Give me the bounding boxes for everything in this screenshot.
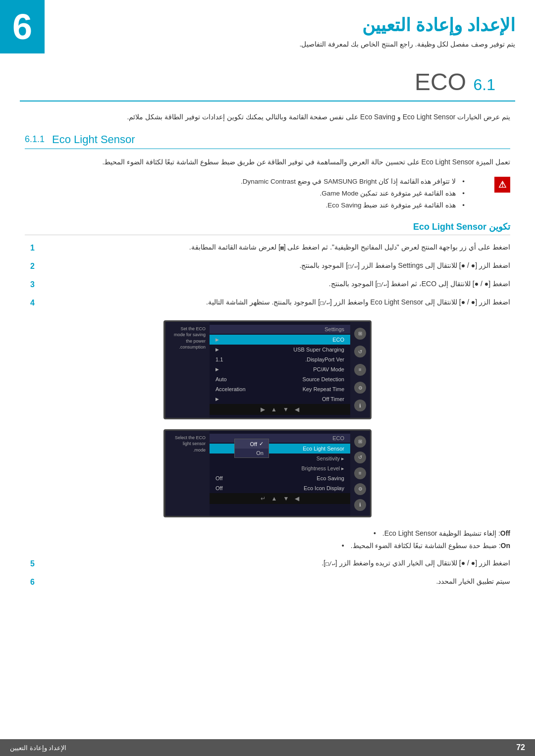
screen2-icon-1: ⊞ (354, 436, 366, 448)
step-2: اضغط الزر [● / ●] للانتقال إلى Settings … (25, 259, 510, 274)
screen1-outer: ⊞ ↺ ≡ ⚙ ℹ Settings ECO ▶ USB Super Charg… (163, 320, 372, 419)
screen2-left-icons: ⊞ ↺ ≡ ⚙ ℹ (350, 431, 370, 516)
bullet-off: Off: إلغاء تنشيط الوظيفة Eco Light Senso… (50, 527, 510, 540)
screen2-item-eco-ls-label: Eco Light Sensor (303, 446, 344, 452)
step-4: اضغط الزر [● / ●] للانتقال إلى Eco Light… (25, 296, 510, 310)
screen2-hint: Select the ECO light sensor mode. (165, 431, 210, 516)
note-item-1: لا تتوافر هذه القائمة إذا كان SAMSUNG Br… (241, 176, 465, 188)
screen1-item-dp: DisplayPort Ver. 1.1 (210, 354, 350, 364)
chapter-badge: 6 (0, 0, 45, 53)
chapter-title: الإعداد وإعادة التعيين (45, 15, 515, 36)
screen2-nav-down: ▼ (283, 495, 289, 502)
screen1-nav-bar: ◀ ▼ ▲ ▶ (210, 404, 350, 415)
screen1-icon-4: ⚙ (354, 382, 366, 394)
screen1-icon-3: ≡ (354, 364, 366, 376)
note-item-2: هذه القائمة غير متوفرة عند تمكين Game Mo… (241, 188, 465, 200)
screen2-item-ecoicon-label: Eco Icon Display (304, 485, 344, 491)
screen1-item-key-val: Acceleration (215, 386, 246, 392)
screen2-item-ecoicon: Eco Icon Display Off (210, 483, 350, 493)
screen2-item-ecosaving-label: Eco Saving (317, 475, 344, 481)
screen1-item-pc: PC/AV Mode ▶ (210, 364, 350, 374)
screen1-item-dp-val: 1.1 (215, 356, 223, 362)
steps-list: اضغط على أي زر بواجهة المنتج لعرض "دليل … (25, 241, 510, 310)
step-6-num: 6 (25, 575, 35, 590)
screen1-item-off: Off Timer ▶ (210, 394, 350, 404)
note-icon: ⚠ (494, 177, 510, 193)
bullet-on-text: On: ضبط حدة سطوع الشاشة تبعًا لكثافة الض… (351, 540, 510, 552)
screen2-menu: ECO Eco Light Sensor ✓ Off On (210, 431, 350, 516)
chapter-subtitle: يتم توفير وصف مفصل لكل وظيفة. راجع المنت… (299, 40, 515, 48)
screen1-menu-title: Settings (210, 325, 350, 334)
steps-5-6-list: اضغط الزر [● / ●] للانتقال إلى الخيار ال… (25, 557, 510, 590)
section-number: 6.1 (474, 76, 495, 94)
footer-page-number: 72 (516, 743, 525, 752)
screen1-menu: Settings ECO ▶ USB Super Charging ▶ Disp… (210, 322, 350, 418)
screen1-arrow-off: ▶ (215, 397, 219, 402)
screen1-item-eco: ECO ▶ (210, 335, 350, 345)
screen2-item-ecosaving-val: Off (215, 475, 222, 481)
screen1-item-key-label: Key Repeat Time (303, 386, 344, 392)
bullet-on: On: ضبط حدة سطوع الشاشة تبعًا لكثافة الض… (50, 540, 510, 552)
screen2-nav-up: ▲ (271, 495, 277, 502)
page-header: الإعداد وإعادة التعيين يتم توفير وصف مفص… (0, 0, 535, 53)
screen1-item-key: Key Repeat Time Acceleration (210, 384, 350, 394)
submenu-off-check: ✓ (259, 441, 264, 447)
screen2: ⊞ ↺ ≡ ⚙ ℹ ECO Eco Light Sensor ✓ (163, 429, 372, 517)
step-1: اضغط على أي زر بواجهة المنتج لعرض "دليل … (25, 241, 510, 255)
screen2-icon-5: ℹ (354, 499, 366, 511)
screen2-menu-title: ECO (210, 434, 350, 443)
screen1-nav-left: ◀ (295, 406, 299, 413)
screen2-icon-3: ≡ (354, 467, 366, 479)
screen1-arrow-pc: ▶ (215, 367, 219, 372)
screen1-arrow-usb: ▶ (215, 347, 219, 352)
config-header: تكوين Eco Light Sensor (25, 221, 510, 235)
screen1-item-usb-label: USB Super Charging (293, 347, 344, 353)
step-4-num: 4 (25, 296, 35, 310)
header-text-block: الإعداد وإعادة التعيين يتم توفير وصف مفص… (45, 0, 535, 53)
screen2-icon-4: ⚙ (354, 483, 366, 495)
screen1-item-src-val: Auto (215, 376, 227, 382)
screen1-item-usb: USB Super Charging ▶ (210, 345, 350, 354)
screen2-outer: ⊞ ↺ ≡ ⚙ ℹ ECO Eco Light Sensor ✓ (163, 429, 372, 517)
step-3: اضغط [● / ●] للانتقال إلى ECO، ثم اضغط [… (25, 278, 510, 292)
subsection-611-title: Eco Light Sensor (52, 133, 135, 146)
bullets-after-screenshots: Off: إلغاء تنشيط الوظيفة Eco Light Senso… (50, 527, 510, 552)
screen1-item-dp-label: DisplayPort Ver. (305, 356, 344, 362)
screen2-nav-bar: ◀ ▼ ▲ ↵ (210, 493, 350, 504)
screen2-item-brightness-label: ▸ Brightness Level (301, 465, 344, 471)
step-1-num: 1 (25, 241, 35, 255)
screen1-nav-right: ▶ (261, 406, 265, 413)
screenshots-container: ⊞ ↺ ≡ ⚙ ℹ Settings ECO ▶ USB Super Charg… (25, 320, 510, 517)
step-2-num: 2 (25, 259, 35, 274)
screen2-item-sensitivity: ▸ Sensitivity (210, 454, 350, 463)
screen2-nav-left: ◀ (295, 495, 299, 502)
screen1-nav-down: ▼ (283, 406, 289, 413)
screen1-item-src: Source Detection Auto (210, 374, 350, 384)
screen1: ⊞ ↺ ≡ ⚙ ℹ Settings ECO ▶ USB Super Charg… (163, 320, 372, 419)
step-1-text: اضغط على أي زر بواجهة المنتج لعرض "دليل … (40, 241, 510, 253)
screen1-icon-1: ⊞ (354, 328, 366, 340)
screen1-icon-5: ℹ (354, 400, 366, 411)
step-5-num: 5 (25, 557, 35, 571)
screen2-item-ecoicon-val: Off (215, 485, 222, 491)
step-5: اضغط الزر [● / ●] للانتقال إلى الخيار ال… (25, 557, 510, 571)
step-6: سيتم تطبيق الخيار المحدد. 6 (25, 575, 510, 590)
subsection-611-header: Eco Light Sensor 6.1.1 (25, 133, 510, 149)
step-3-text: اضغط [● / ●] للانتقال إلى ECO، ثم اضغط [… (40, 278, 510, 290)
step-6-text: سيتم تطبيق الخيار المحدد. (40, 575, 510, 588)
page-footer: 72 الإعداد وإعادة التعيين (0, 739, 535, 756)
description-paragraph: تعمل الميزة Eco Light Sensor على تحسين ح… (25, 156, 510, 168)
screen1-item-pc-label: PC/AV Mode (313, 366, 344, 372)
note-block: ⚠ لا تتوافر هذه القائمة إذا كان SAMSUNG … (25, 176, 510, 212)
notes-list: لا تتوافر هذه القائمة إذا كان SAMSUNG Br… (241, 176, 465, 212)
step-5-text: اضغط الزر [● / ●] للانتقال إلى الخيار ال… (40, 557, 510, 569)
submenu-off-label: Off (250, 441, 257, 447)
step-2-text: اضغط الزر [● / ●] للانتقال إلى Settings … (40, 259, 510, 272)
screen1-icon-2: ↺ (354, 346, 366, 357)
footer-section-label: الإعداد وإعادة التعيين (10, 744, 66, 752)
note-item-3: هذه القائمة غير متوفرة عند ضبط Eco Savin… (241, 200, 465, 211)
screen2-item-sensitivity-label: ▸ Sensitivity (317, 455, 344, 461)
screen2-icon-2: ↺ (354, 452, 366, 463)
bullet-off-text: Off: إلغاء تنشيط الوظيفة Eco Light Senso… (382, 527, 510, 540)
screen2-item-ecosaving: Eco Saving Off (210, 473, 350, 483)
